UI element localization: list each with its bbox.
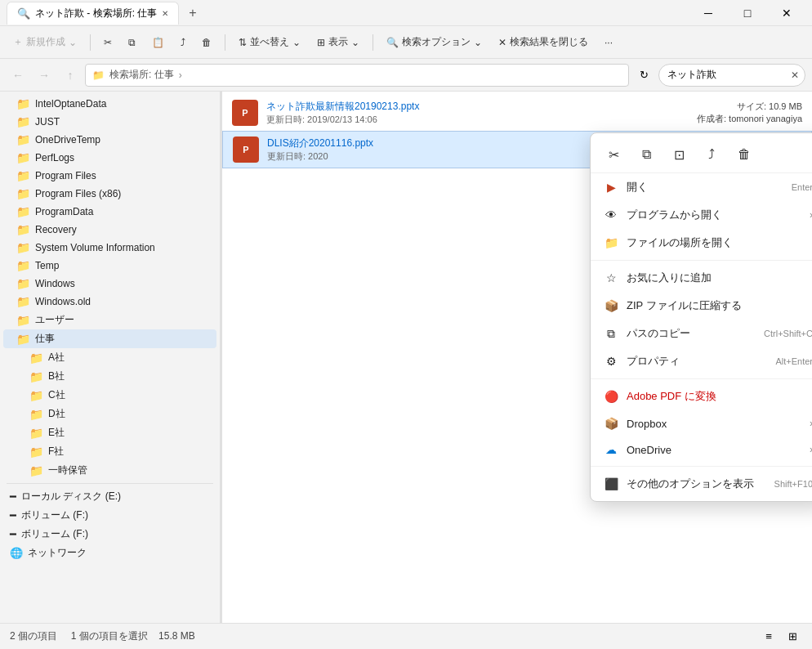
sidebar-item-windowsold[interactable]: 📁 Windows.old <box>3 293 216 311</box>
file-date: 更新日時: 2019/02/13 14:06 <box>266 114 639 126</box>
ctx-delete-button[interactable]: 🗑 <box>731 141 757 168</box>
sidebar-item-onedrivemp[interactable]: 📁 OneDriveTemp <box>3 131 216 149</box>
grid-view-button[interactable]: ⊞ <box>783 629 802 644</box>
sidebar-item-systemvolume[interactable]: 📁 System Volume Information <box>3 239 216 257</box>
pptx-icon: P <box>233 137 259 163</box>
separator <box>90 34 91 51</box>
sidebar-item-network[interactable]: 🌐 ネットワーク <box>3 544 216 562</box>
sidebar-item-programdata[interactable]: 📁 ProgramData <box>3 203 216 221</box>
title-bar-left: 🔍 ネット詐欺 - 検索場所: 仕事 ✕ + <box>7 2 689 25</box>
folder-icon: 📁 <box>16 259 30 272</box>
sidebar-item-drive-e[interactable]: ━ ローカル ディスク (E:) <box>3 487 216 506</box>
address-folder-icon: 📁 <box>92 69 105 81</box>
ctx-dropbox[interactable]: 📦 Dropbox › <box>591 410 812 436</box>
sidebar-item-fsha[interactable]: 📁 F社 <box>3 442 216 461</box>
sidebar-item-perflogs[interactable]: 📁 PerfLogs <box>3 149 216 167</box>
ctx-location-label: ファイルの場所を開く <box>627 235 812 250</box>
share-button[interactable]: ⤴ <box>174 29 192 56</box>
new-icon: ＋ <box>13 35 23 49</box>
sidebar-item-programfiles-x86[interactable]: 📁 Program Files (x86) <box>3 185 216 203</box>
ctx-zip[interactable]: 📦 ZIP ファイルに圧縮する <box>591 292 812 320</box>
ctx-copy-button[interactable]: ⧉ <box>633 141 659 168</box>
ctx-copypath[interactable]: ⧉ パスのコピー Ctrl+Shift+C <box>591 320 812 347</box>
ctx-adobe-label: Adobe PDF に変換 <box>627 389 812 404</box>
minimize-button[interactable]: ─ <box>689 0 727 26</box>
sidebar-item-dsha[interactable]: 📁 D社 <box>3 405 216 423</box>
ctx-copy2-button[interactable]: ⊡ <box>666 141 692 168</box>
chevron-down-icon-2: ⌄ <box>292 37 301 48</box>
up-button[interactable]: ↑ <box>59 64 82 87</box>
ctx-open-icon: ▶ <box>604 181 618 194</box>
copy-button[interactable]: ⧉ <box>122 29 142 56</box>
search-options-button[interactable]: 🔍 検索オプション ⌄ <box>380 29 489 56</box>
folder-icon: 📁 <box>29 370 43 383</box>
search-location-label: 検索場所: 仕事 <box>109 68 174 82</box>
close-button[interactable]: ✕ <box>768 0 805 26</box>
ctx-divider-1 <box>591 260 812 261</box>
sidebar-item-ichiji[interactable]: 📁 一時保管 <box>3 461 216 480</box>
sidebar-item-esha[interactable]: 📁 E社 <box>3 423 216 442</box>
folder-icon: 📁 <box>16 169 30 182</box>
sidebar-item-drive-f1[interactable]: ━ ボリューム (F:) <box>3 506 216 525</box>
forward-button[interactable]: → <box>33 64 56 87</box>
ctx-share-button[interactable]: ⤴ <box>698 141 725 168</box>
folder-icon: 📁 <box>29 427 43 440</box>
ctx-openlocation[interactable]: 📁 ファイルの場所を開く <box>591 229 812 257</box>
file-name: ネット詐欺最新情報20190213.pptx <box>266 100 639 114</box>
ctx-cut-button[interactable]: ✂ <box>600 141 627 168</box>
maximize-button[interactable]: □ <box>729 0 766 26</box>
list-view-button[interactable]: ≡ <box>761 629 777 644</box>
paste-button[interactable]: 📋 <box>145 29 171 56</box>
ctx-onedrive[interactable]: ☁ OneDrive › <box>591 436 812 463</box>
ctx-properties[interactable]: ⚙ プロパティ Alt+Enter <box>591 347 812 375</box>
refresh-button[interactable]: ↻ <box>632 64 655 87</box>
sidebar-item-programfiles[interactable]: 📁 Program Files <box>3 167 216 185</box>
cut-icon: ✂ <box>104 37 112 48</box>
cut-button[interactable]: ✂ <box>97 29 118 56</box>
ctx-open[interactable]: ▶ 開く Enter <box>591 173 812 201</box>
folder-icon: 📁 <box>16 115 30 128</box>
new-button[interactable]: ＋ 新規作成 ⌄ <box>7 29 83 56</box>
delete-button[interactable]: 🗑 <box>195 29 218 56</box>
status-view-controls: ≡ ⊞ <box>761 629 802 644</box>
ctx-openwith-label: プログラムから開く <box>627 208 801 222</box>
search-clear-button[interactable]: ✕ <box>791 69 799 81</box>
more-button[interactable]: ··· <box>598 29 619 56</box>
sidebar-item-recovery[interactable]: 📁 Recovery <box>3 221 216 239</box>
status-sep2 <box>150 630 156 642</box>
ctx-openwith[interactable]: 👁 プログラムから開く › <box>591 201 812 229</box>
sort-button[interactable]: ⇅ 並べ替え ⌄ <box>232 29 307 56</box>
view-button[interactable]: ⊞ 表示 ⌄ <box>310 29 366 56</box>
address-box[interactable]: 📁 検索場所: 仕事 › <box>85 64 629 87</box>
sidebar-item-drive-f2[interactable]: ━ ボリューム (F:) <box>3 525 216 544</box>
ctx-properties-shortcut: Alt+Enter <box>775 356 812 366</box>
refresh-icon: ↻ <box>640 69 649 81</box>
sidebar-item-csha[interactable]: 📁 C社 <box>3 386 216 405</box>
ctx-moreoptions[interactable]: ⬛ その他のオプションを表示 Shift+F10 <box>591 470 812 498</box>
copy-icon: ⧉ <box>128 37 136 48</box>
ctx-favorite[interactable]: ☆ お気に入りに追加 <box>591 264 812 292</box>
sidebar-item-inteloptanedata[interactable]: 📁 IntelOptaneData <box>3 95 216 113</box>
sidebar-item-just[interactable]: 📁 JUST <box>3 113 216 131</box>
sidebar-item-windows[interactable]: 📁 Windows <box>3 275 216 293</box>
new-tab-button[interactable]: + <box>182 2 203 24</box>
search-input[interactable] <box>658 64 805 87</box>
close-search-button[interactable]: ✕ 検索結果を閉じる <box>492 29 595 56</box>
title-bar: 🔍 ネット詐欺 - 検索場所: 仕事 ✕ + ─ □ ✕ <box>0 0 812 26</box>
more-icon: ··· <box>605 37 613 48</box>
drive-icon: ━ <box>10 490 16 503</box>
ctx-adobe[interactable]: 🔴 Adobe PDF に変換 <box>591 383 812 410</box>
chevron-down-icon-3: ⌄ <box>351 37 359 48</box>
tab-active[interactable]: 🔍 ネット詐欺 - 検索場所: 仕事 ✕ <box>7 2 179 25</box>
sidebar-item-temp[interactable]: 📁 Temp <box>3 257 216 275</box>
file-item[interactable]: P ネット詐欺最新情報20190213.pptx 更新日時: 2019/02/1… <box>222 95 812 131</box>
share-icon: ⤴ <box>181 37 185 48</box>
tab-close-icon[interactable]: ✕ <box>162 9 168 18</box>
sidebar-item-asha[interactable]: 📁 A社 <box>3 348 216 367</box>
item-count: 2 個の項目 <box>10 630 57 642</box>
sidebar-item-bsha[interactable]: 📁 B社 <box>3 367 216 386</box>
sidebar-item-shigoto[interactable]: 📁 仕事 <box>3 329 216 348</box>
address-bar: ← → ↑ 📁 検索場所: 仕事 › ↻ ✕ <box>0 59 812 92</box>
back-button[interactable]: ← <box>7 64 29 87</box>
sidebar-item-users[interactable]: 📁 ユーザー <box>3 311 216 329</box>
